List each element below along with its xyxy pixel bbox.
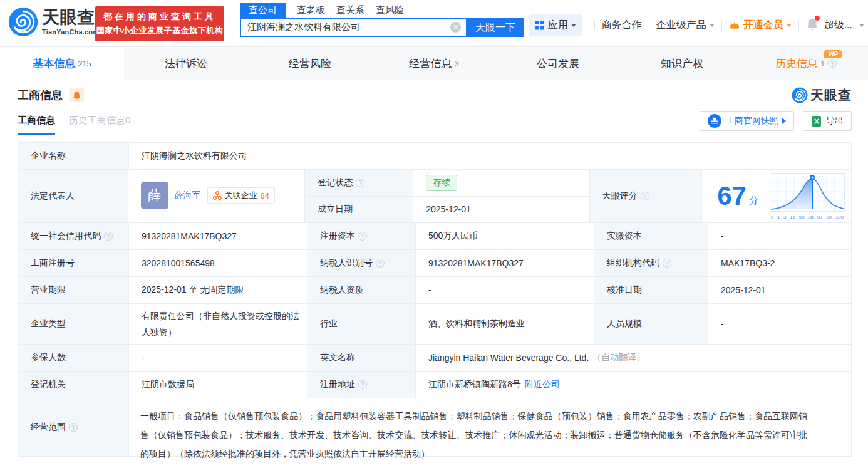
divider <box>798 20 799 30</box>
tab-operation-risk[interactable]: 经营风险 <box>248 47 372 80</box>
field-label: 核准日期 <box>594 277 708 303</box>
divider <box>649 20 649 30</box>
clear-search-icon[interactable]: ✕ <box>450 22 461 33</box>
field-label: 企业类型 <box>18 304 129 344</box>
field-label: 登记状态? <box>305 170 413 196</box>
field-label: 成立日期 <box>305 197 413 223</box>
search-tab-risk[interactable]: 查风险 <box>376 3 404 18</box>
tab-label: 历史信息 <box>775 56 818 71</box>
related-companies-icon <box>213 191 222 200</box>
reg-number-value: 320281001565498 <box>129 250 307 276</box>
field-label: 经营范围? <box>18 398 129 456</box>
avatar[interactable]: 薛 <box>141 182 168 209</box>
help-icon[interactable]: ? <box>358 380 367 389</box>
menu-vip[interactable]: 开通会员 <box>729 19 792 32</box>
taxpayer-id-value: 91320281MAK17BQ327 <box>416 250 594 276</box>
help-icon[interactable]: ? <box>69 423 78 432</box>
apps-menu[interactable]: 应用 <box>529 14 582 36</box>
business-scope-value: 一般项目：食品销售（仅销售预包装食品）；食品用塑料包装容器工具制品销售；塑料制品… <box>129 398 851 456</box>
help-icon[interactable]: ? <box>356 179 364 187</box>
status-badge: 存续 <box>426 175 457 191</box>
score-cell: 67 分 <box>702 170 851 222</box>
divider <box>721 20 722 30</box>
tab-legal[interactable]: 法律诉讼 <box>124 47 248 80</box>
reg-status-label: 登记状态 <box>318 177 353 189</box>
tab-history-info[interactable]: VIP 历史信息 1 ? <box>744 47 868 80</box>
help-icon[interactable]: ? <box>104 232 113 241</box>
subscribe-bell-chip[interactable] <box>69 88 84 102</box>
score-chart-axis: 0131550859799100 <box>770 214 845 220</box>
field-label: 法定代表人 <box>18 170 128 222</box>
help-icon[interactable]: ? <box>828 59 837 68</box>
tianyancha-logo-icon <box>792 87 808 103</box>
field-label: 统一社会信用代码? <box>18 223 129 249</box>
menu-super-vip[interactable]: 超级... <box>824 19 864 32</box>
field-label: 行业 <box>307 304 416 344</box>
auto-translate-note: （自动翻译） <box>592 352 645 363</box>
related-companies-button[interactable]: 关联企业 64 <box>207 187 275 204</box>
logo-domain: TianYanCha.com <box>42 28 99 36</box>
nearby-companies-link[interactable]: 附近公司 <box>525 379 560 390</box>
field-label: 参保人数 <box>18 345 129 371</box>
cooperation-label: 商务合作 <box>602 19 642 32</box>
related-companies-label: 关联企业 <box>225 190 257 201</box>
tab-company-development[interactable]: 公司发展 <box>496 47 620 80</box>
menu-cooperation[interactable]: 商务合作 <box>602 19 642 32</box>
help-icon[interactable]: ? <box>641 192 649 200</box>
section-title-business-info: 工商信息 <box>18 88 84 103</box>
field-label: 营业期限 <box>18 277 129 303</box>
tianyancha-logo-icon <box>8 7 38 37</box>
approval-date-value: 2025-12-01 <box>708 277 851 303</box>
score-unit: 分 <box>749 195 758 207</box>
help-icon[interactable]: ? <box>358 232 367 241</box>
search-input[interactable]: 江阴海澜之水饮料有限公司 ✕ <box>240 18 467 37</box>
help-icon[interactable]: ? <box>663 259 671 268</box>
reg-authority-value: 江阴市数据局 <box>129 372 307 398</box>
promo-banner: 都在用的商业查询工具 国家中小企业发展子基金旗下机构 <box>95 6 224 41</box>
tab-business-info[interactable]: 经营信息 3 <box>372 47 496 80</box>
tab-basic-info[interactable]: 基本信息 215 <box>0 47 124 80</box>
reg-capital-value: 500万人民币 <box>416 223 594 249</box>
tab-label: 基本信息 <box>33 56 75 71</box>
snapshot-button-label: 工商官网快照 <box>726 115 778 127</box>
industry-value: 酒、饮料和精制茶制造业 <box>416 304 594 344</box>
legal-rep-link[interactable]: 薛海军 <box>175 190 201 201</box>
official-snapshot-button[interactable]: 工商官网快照 <box>700 111 794 131</box>
search-button[interactable]: 天眼一下 <box>467 18 524 37</box>
subtab-history-business-info[interactable]: 历史工商信息0 <box>69 115 130 135</box>
subtab-business-info[interactable]: 工商信息 <box>18 115 55 135</box>
apps-grid-icon <box>535 21 544 30</box>
field-label: 英文名称 <box>307 345 416 371</box>
caret-down-icon <box>787 24 792 27</box>
tianyancha-logo[interactable]: 天眼查 TianYanCha.com <box>8 7 99 37</box>
menu-enterprise[interactable]: 企业级产品 <box>656 19 715 32</box>
divider <box>594 20 595 30</box>
search-tab-boss[interactable]: 查老板 <box>297 3 325 18</box>
credit-code-value: 91320281MAK17BQ327 <box>129 223 307 249</box>
company-type-value: 有限责任公司（非自然人投资或控股的法人独资） <box>129 304 307 344</box>
export-button-label: 导出 <box>826 115 844 127</box>
top-header: 天眼查 TianYanCha.com 都在用的商业查询工具 国家中小企业发展子基… <box>0 0 868 47</box>
org-code-value: MAK17BQ3-2 <box>708 250 851 276</box>
apps-label: 应用 <box>548 19 568 32</box>
search-tab-relation[interactable]: 查关系 <box>336 3 364 18</box>
est-date-value: 2025-12-01 <box>413 197 589 223</box>
field-label: 组织机构代码? <box>594 250 708 276</box>
tab-label: 知识产权 <box>661 56 703 71</box>
notifications-bell[interactable] <box>806 18 819 33</box>
field-label: 企业名称 <box>18 143 129 169</box>
field-label: 纳税人识别号? <box>307 250 416 276</box>
arrow-right-icon <box>782 118 786 124</box>
related-companies-count: 64 <box>261 191 269 200</box>
search-value: 江阴海澜之水饮料有限公司 <box>247 21 450 33</box>
field-label: 纳税人资质 <box>307 277 416 303</box>
search-tab-company[interactable]: 查公司 <box>240 3 286 18</box>
tab-intellectual-property[interactable]: 知识产权 <box>620 47 744 80</box>
tab-count: 3 <box>454 59 458 68</box>
company-name-value: 江阴海澜之水饮料有限公司 <box>129 143 851 169</box>
score-chart: 0131550859799100 <box>770 173 845 220</box>
export-button[interactable]: 导出 <box>803 111 852 131</box>
help-icon[interactable]: ? <box>376 259 385 268</box>
tab-label: 经营风险 <box>289 56 331 71</box>
bell-icon <box>73 91 81 100</box>
